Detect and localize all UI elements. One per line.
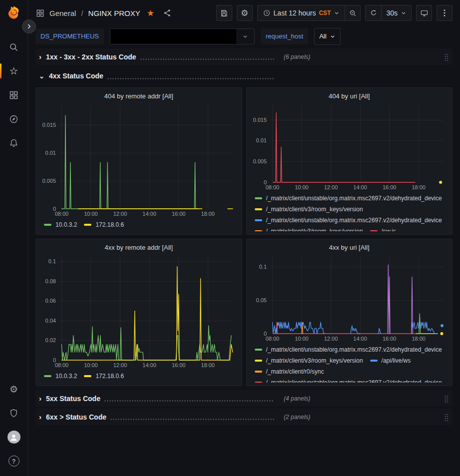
legend-item[interactable]: /_matrix/client/v3/room_keys/version <box>255 204 363 215</box>
sidebar-item-explore[interactable] <box>0 107 27 131</box>
chart-4xx-by-uri[interactable]: 08:0010:0012:0014:0016:0018:0000.050.1 <box>252 254 448 343</box>
legend-item[interactable]: /_matrix/client/unstable/org.matrix.msc2… <box>255 215 442 226</box>
sidebar-item-configuration[interactable]: ⚙ <box>0 377 27 401</box>
svg-text:10:00: 10:00 <box>84 211 98 217</box>
topbar: General / NGINX PROXY ★ ⚙ Last 12 hours … <box>28 0 460 26</box>
legend-label: /api/live/ws <box>382 357 411 364</box>
sidebar-item-alerting[interactable] <box>0 131 27 155</box>
sidebar-item-starred[interactable]: ☆ <box>0 59 27 83</box>
legend-item[interactable]: /api/live/ws <box>370 355 411 366</box>
legend-label: /sw.js <box>382 228 396 231</box>
legend-item[interactable]: /_matrix/client/unstable/org.matrix.msc2… <box>255 344 442 355</box>
request-host-variable-label[interactable]: request_host <box>261 28 308 44</box>
legend-swatch <box>84 375 91 377</box>
legend-item[interactable]: /_matrix/client/v3/room_keys/version <box>255 355 363 366</box>
refresh-button[interactable] <box>365 5 381 21</box>
save-dashboard-button[interactable] <box>216 5 232 21</box>
svg-text:14:00: 14:00 <box>142 211 156 217</box>
datasource-variable-value-redacted <box>110 29 236 44</box>
svg-text:0.01: 0.01 <box>256 137 266 143</box>
legend-label: /_matrix/client/v3/room_keys/version <box>266 206 363 213</box>
tv-mode-button[interactable] <box>416 5 432 21</box>
kebab-icon: ⋮ <box>441 9 449 17</box>
panel-title[interactable]: 404 by uri [All] <box>252 90 448 102</box>
zoom-out-time-button[interactable] <box>345 5 361 21</box>
svg-text:08:00: 08:00 <box>265 336 279 342</box>
legend-item[interactable]: /sw.js <box>370 226 396 231</box>
svg-text:0.08: 0.08 <box>45 278 56 284</box>
legend-swatch <box>255 230 262 231</box>
row-panel-count: (4 panels) <box>284 395 310 402</box>
sidebar-item-help[interactable]: ? <box>0 449 27 473</box>
legend-swatch <box>255 371 262 373</box>
panel-legend: /_matrix/client/unstable/org.matrix.msc2… <box>252 191 448 231</box>
time-range-picker[interactable]: Last 12 hours CST <box>257 5 345 21</box>
active-indicator <box>0 63 1 78</box>
legend-item[interactable]: 10.0.3.2 <box>44 371 77 382</box>
legend-swatch <box>255 197 262 199</box>
topbar-actions: ⚙ Last 12 hours CST 30s <box>216 5 453 21</box>
panel-title[interactable]: 4xx by remote addr [All] <box>41 242 237 254</box>
magnifier-minus-icon <box>349 9 357 17</box>
svg-text:16:00: 16:00 <box>172 211 186 217</box>
sidebar-item-server-admin[interactable] <box>0 401 27 425</box>
favorite-star-icon[interactable]: ★ <box>147 8 154 18</box>
sidebar-expand-button[interactable] <box>22 19 36 33</box>
svg-text:18:00: 18:00 <box>201 211 215 217</box>
drag-handle-icon[interactable]: ⣿ <box>444 395 449 402</box>
sidebar-item-profile[interactable] <box>0 425 27 449</box>
more-options-button[interactable]: ⋮ <box>437 5 453 21</box>
chevron-right-icon: › <box>39 395 41 402</box>
chart-4xx-by-remote-addr[interactable]: 08:0010:0012:0014:0016:0018:0000.020.040… <box>41 254 237 369</box>
legend-item[interactable]: /_matrix/client/r0/sync <box>255 366 324 377</box>
svg-text:18:00: 18:00 <box>201 362 215 368</box>
svg-text:16:00: 16:00 <box>172 362 186 368</box>
share-icon[interactable] <box>163 8 172 17</box>
time-range-label: Last 12 hours <box>274 9 316 17</box>
legend-item[interactable]: /_matrix/client/v3/room_keys/version <box>255 226 363 231</box>
row-header-1xx-3xx-2xx[interactable]: › 1xx - 3xx - 2xx Status Code (6 panels)… <box>35 48 453 65</box>
chart-404-by-uri[interactable]: 08:0010:0012:0014:0016:0018:0000.0050.01… <box>252 102 448 191</box>
legend-item[interactable]: 10.0.3.2 <box>44 219 77 230</box>
help-icon: ? <box>8 456 19 467</box>
panel-title[interactable]: 4xx by uri [All] <box>252 242 448 254</box>
legend-item[interactable]: /_matrix/client/unstable/org.matrix.msc2… <box>255 193 442 204</box>
legend-item[interactable]: 172.18.0.6 <box>84 219 124 230</box>
legend-item[interactable]: /_matrix/client/unstable/org.matrix.msc2… <box>255 377 442 383</box>
panel-404-by-uri: 404 by uri [All] 08:0010:0012:0014:0016:… <box>246 87 453 235</box>
legend-swatch <box>255 349 262 351</box>
panel-4xx-by-uri: 4xx by uri [All] 08:0010:0012:0014:0016:… <box>246 239 453 386</box>
legend-label: /_matrix/client/v3/room_keys/version <box>266 228 363 231</box>
row-header-5xx[interactable]: › 5xx Status Code (4 panels) ⣿ <box>35 390 453 407</box>
chevron-down-icon: ⌄ <box>39 73 44 79</box>
row-header-6xx[interactable]: › 6xx > Status Code (2 panels) ⣿ <box>35 409 453 425</box>
request-host-variable-select[interactable]: All <box>314 28 340 45</box>
refresh-interval-picker[interactable]: 30s <box>381 5 412 21</box>
row-title-wrap: ⌄ 4xx Status Code <box>39 72 278 80</box>
chevron-down-icon <box>401 10 407 16</box>
chart-404-by-remote-addr[interactable]: 08:0010:0012:0014:0016:0018:0000.0050.01… <box>41 102 237 218</box>
row-header-4xx[interactable]: ⌄ 4xx Status Code <box>35 68 453 83</box>
grafana-logo[interactable] <box>6 5 21 20</box>
breadcrumb-title[interactable]: NGINX PROXY <box>88 9 140 17</box>
drag-handle-icon[interactable]: ⣿ <box>444 414 449 421</box>
svg-text:12:00: 12:00 <box>113 362 127 368</box>
avatar <box>7 431 20 444</box>
legend-item[interactable]: 172.18.0.6 <box>84 371 124 382</box>
datasource-variable-select[interactable] <box>110 28 255 44</box>
time-picker-group: Last 12 hours CST <box>257 5 361 21</box>
datasource-variable-label[interactable]: DS_PROMETHEUS <box>35 28 104 44</box>
panel-legend: 10.0.3.2172.18.0.6 <box>41 369 237 383</box>
legend-label: 10.0.3.2 <box>55 373 77 380</box>
search-icon[interactable] <box>0 35 27 59</box>
dashboard-settings-button[interactable]: ⚙ <box>237 5 253 21</box>
legend-swatch <box>255 360 262 362</box>
breadcrumb-section[interactable]: General <box>49 9 76 17</box>
sidebar-item-dashboards[interactable] <box>0 83 27 107</box>
refresh-icon <box>370 9 378 17</box>
svg-text:0: 0 <box>263 331 266 337</box>
row-title: 1xx - 3xx - 2xx Status Code <box>46 53 136 61</box>
svg-text:16:00: 16:00 <box>382 184 396 190</box>
panel-title[interactable]: 404 by remote addr [All] <box>41 90 237 102</box>
drag-handle-icon[interactable]: ⣿ <box>444 53 449 60</box>
